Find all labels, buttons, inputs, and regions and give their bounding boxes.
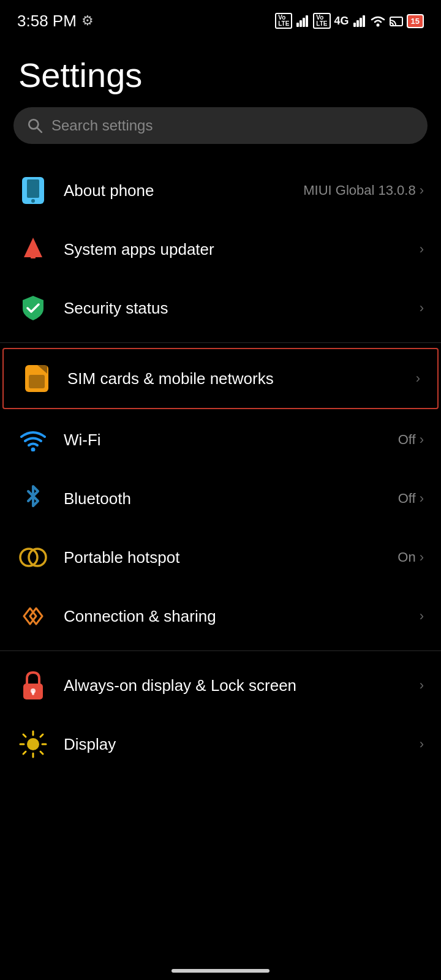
wifi-chevron: › xyxy=(420,432,424,448)
svg-point-20 xyxy=(31,448,36,452)
search-placeholder: Search settings xyxy=(51,117,153,134)
security-text: Security status xyxy=(64,299,405,318)
bt-icon-wrap xyxy=(17,483,49,514)
svg-rect-2 xyxy=(303,18,305,27)
connection-right: › xyxy=(420,608,424,624)
system-apps-icon-wrap xyxy=(17,233,49,265)
settings-item-lock-screen[interactable]: Always-on display & Lock screen › xyxy=(0,656,441,715)
svg-rect-19 xyxy=(29,375,45,388)
svg-line-32 xyxy=(40,752,43,754)
svg-rect-25 xyxy=(32,691,34,695)
signal1-icon xyxy=(296,14,309,28)
home-indicator xyxy=(172,969,270,973)
search-icon xyxy=(27,118,43,134)
lock-text: Always-on display & Lock screen xyxy=(64,676,405,695)
hotspot-text: Portable hotspot xyxy=(64,548,383,567)
divider-1 xyxy=(0,342,441,343)
svg-rect-3 xyxy=(306,15,308,27)
wifi-icon xyxy=(19,428,47,451)
bt-label: Bluetooth xyxy=(64,489,383,508)
volte2-badge: VoLTE xyxy=(313,13,330,29)
4g-badge: 4G xyxy=(334,15,349,28)
display-chevron: › xyxy=(420,736,424,752)
display-label: Display xyxy=(64,735,405,754)
system-apps-chevron: › xyxy=(420,241,424,257)
cast-icon xyxy=(390,14,403,28)
status-bar: 3:58 PM ⚙ VoLTE VoLTE 4G xyxy=(0,0,441,37)
settings-item-wifi[interactable]: Wi-Fi Off › xyxy=(0,410,441,469)
svg-rect-0 xyxy=(296,23,299,27)
wifi-icon-wrap xyxy=(17,424,49,456)
about-phone-chevron: › xyxy=(420,183,424,198)
display-text: Display xyxy=(64,735,405,754)
security-label: Security status xyxy=(64,299,405,318)
update-icon xyxy=(19,235,47,263)
time-text: 3:58 PM xyxy=(17,12,77,31)
battery-level: 15 xyxy=(411,17,420,26)
settings-item-about-phone[interactable]: About phone MIUI Global 13.0.8 › xyxy=(0,161,441,220)
connection-chevron: › xyxy=(420,608,424,624)
wifi-status-icon xyxy=(370,14,386,28)
hotspot-chevron: › xyxy=(420,549,424,565)
shield-icon xyxy=(19,294,47,322)
about-phone-right: MIUI Global 13.0.8 › xyxy=(303,183,424,198)
settings-item-display[interactable]: Display › xyxy=(0,715,441,774)
svg-rect-5 xyxy=(356,20,359,27)
svg-rect-9 xyxy=(390,17,402,26)
svg-rect-1 xyxy=(300,20,302,27)
sim-label: SIM cards & mobile networks xyxy=(67,369,401,388)
lock-chevron: › xyxy=(420,677,424,693)
bt-status: Off xyxy=(398,491,416,507)
phone-icon xyxy=(21,176,45,205)
wifi-text: Wi-Fi xyxy=(64,431,383,450)
status-icons: VoLTE VoLTE 4G xyxy=(275,13,424,29)
lock-icon xyxy=(21,670,45,701)
settings-item-system-apps-updater[interactable]: System apps updater › xyxy=(0,220,441,279)
system-apps-right: › xyxy=(420,241,424,257)
security-right: › xyxy=(420,300,424,316)
sim-chevron: › xyxy=(416,371,420,386)
svg-rect-4 xyxy=(353,23,356,27)
sim-text: SIM cards & mobile networks xyxy=(67,369,401,388)
security-icon-wrap xyxy=(17,292,49,324)
connection-icon xyxy=(19,602,47,630)
hotspot-icon-wrap xyxy=(17,541,49,573)
gear-icon: ⚙ xyxy=(81,13,94,29)
display-icon-wrap xyxy=(17,728,49,760)
svg-line-33 xyxy=(40,734,43,737)
search-bar[interactable]: Search settings xyxy=(13,107,428,144)
svg-line-11 xyxy=(37,128,42,132)
svg-rect-7 xyxy=(363,15,365,27)
sim-icon xyxy=(24,364,50,393)
lock-right: › xyxy=(420,677,424,693)
settings-list: About phone MIUI Global 13.0.8 › System … xyxy=(0,161,441,774)
bt-chevron: › xyxy=(420,491,424,507)
svg-rect-16 xyxy=(31,252,36,258)
lock-icon-wrap xyxy=(17,669,49,701)
settings-item-bluetooth[interactable]: Bluetooth Off › xyxy=(0,469,441,528)
hotspot-icon xyxy=(19,543,47,571)
divider-2 xyxy=(0,650,441,651)
connection-text: Connection & sharing xyxy=(64,607,405,626)
connection-label: Connection & sharing xyxy=(64,607,405,626)
settings-item-security-status[interactable]: Security status › xyxy=(0,279,441,337)
status-time: 3:58 PM ⚙ xyxy=(17,12,94,31)
sim-right: › xyxy=(416,371,420,386)
settings-item-sim-cards[interactable]: SIM cards & mobile networks › xyxy=(2,348,439,409)
hotspot-status: On xyxy=(398,549,415,565)
svg-line-34 xyxy=(23,752,26,754)
sim-icon-wrap xyxy=(21,363,53,394)
display-icon xyxy=(19,730,47,758)
svg-point-14 xyxy=(31,199,35,203)
hotspot-label: Portable hotspot xyxy=(64,548,383,567)
about-phone-label: About phone xyxy=(64,181,288,200)
signal2-icon xyxy=(353,14,366,28)
settings-item-connection[interactable]: Connection & sharing › xyxy=(0,587,441,646)
settings-item-hotspot[interactable]: Portable hotspot On › xyxy=(0,528,441,587)
about-phone-text: About phone xyxy=(64,181,288,200)
security-chevron: › xyxy=(420,300,424,316)
wifi-label: Wi-Fi xyxy=(64,431,383,450)
svg-point-26 xyxy=(27,738,39,750)
bt-text: Bluetooth xyxy=(64,489,383,508)
search-container: Search settings xyxy=(0,107,441,161)
